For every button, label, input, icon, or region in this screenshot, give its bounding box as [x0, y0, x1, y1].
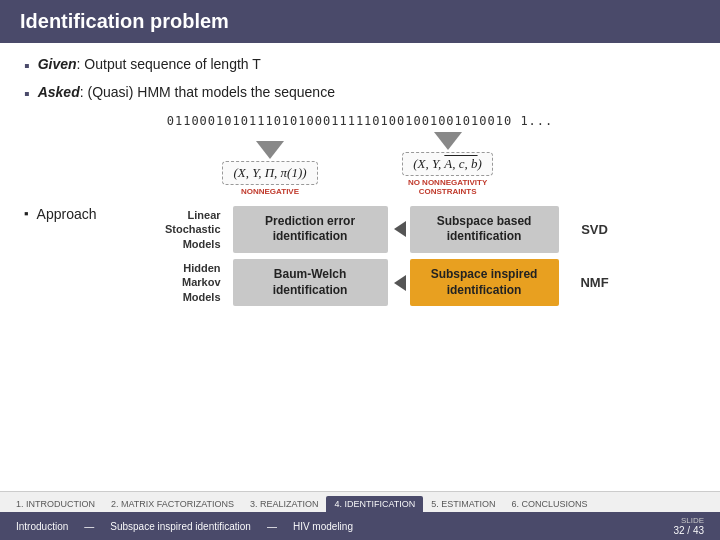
approach-label-container: ▪ Approach [24, 206, 97, 222]
method-prediction-error: Prediction erroridentification [233, 206, 388, 253]
footer-sep1: — [84, 521, 94, 532]
formula-1-expr: (X, Y, Π, π(1)) [222, 161, 317, 185]
nav-tab-4--identification[interactable]: 4. IDENTIFICATION [326, 496, 423, 512]
nav-tab-2--matrix-factorizations[interactable]: 2. MATRIX FACTORIZATIONS [103, 496, 242, 512]
nav-tab-1--introduction[interactable]: 1. INTRODUCTION [8, 496, 103, 512]
nav-tabs: 1. INTRODUCTION2. MATRIX FACTORIZATIONS3… [0, 492, 720, 512]
subspace-inspired-arrow-container: Subspace inspiredidentification [394, 259, 559, 306]
formula-no-constraint: (X, Y, A, c, b) NO NONNEGATIVITY CONSTRA… [398, 132, 498, 196]
model-label-linear: LinearStochasticModels [117, 208, 227, 251]
footer-center: Introduction — Subspace inspired identif… [16, 521, 353, 532]
formula-2-expr: (X, Y, A, c, b) [402, 152, 493, 176]
arrow-down-2 [434, 132, 462, 150]
formula-2-label: NO NONNEGATIVITY CONSTRAINTS [398, 178, 498, 196]
formula-1-label: NONNEGATIVE [241, 187, 299, 196]
methods-grid: LinearStochasticModels Prediction errori… [117, 206, 625, 306]
bullet-asked-text: Asked: (Quasi) HMM that models the seque… [38, 83, 335, 103]
page-title: Identification problem [20, 10, 229, 32]
footer-intro[interactable]: Introduction [16, 521, 68, 532]
main-content: ▪ Given: Output sequence of length T ▪ A… [0, 43, 720, 306]
arrow-into-subspace-inspired [394, 275, 406, 291]
footer-right[interactable]: HIV modeling [293, 521, 353, 532]
formula-nonneg: (X, Y, Π, π(1)) NONNEGATIVE [222, 141, 317, 196]
bullet-given: ▪ Given: Output sequence of length T [24, 55, 696, 77]
arrow-down-1 [256, 141, 284, 159]
nav-tab-5--estimation[interactable]: 5. ESTIMATION [423, 496, 503, 512]
approach-text: Approach [37, 206, 97, 222]
nmf-label: NMF [565, 275, 625, 290]
slide-number: SLIDE 32 / 43 [673, 516, 704, 536]
svd-label: SVD [565, 222, 625, 237]
model-label-hmm: HiddenMarkovModels [117, 261, 227, 304]
bullet-icon-3: ▪ [24, 206, 29, 221]
nav-tab-3--realization[interactable]: 3. REALIZATION [242, 496, 326, 512]
method-subspace-based: Subspace basedidentification [410, 206, 559, 253]
page-header: Identification problem [0, 0, 720, 43]
slide-label-text: SLIDE [673, 516, 704, 525]
arrow-into-subspace [394, 221, 406, 237]
bullet-icon-2: ▪ [24, 83, 30, 105]
nav-tab-6--conclusions[interactable]: 6. CONCLUSIONS [504, 496, 596, 512]
formulas-area: (X, Y, Π, π(1)) NONNEGATIVE (X, Y, A, c,… [24, 132, 696, 196]
approach-section: ▪ Approach LinearStochasticModels Predic… [24, 206, 696, 306]
footer-mid[interactable]: Subspace inspired identification [110, 521, 251, 532]
bullet-icon-1: ▪ [24, 55, 30, 77]
subspace-based-arrow-container: Subspace basedidentification [394, 206, 559, 253]
bottom-nav: 1. INTRODUCTION2. MATRIX FACTORIZATIONS3… [0, 491, 720, 540]
footer: Introduction — Subspace inspired identif… [0, 512, 720, 540]
method-baum-welch: Baum-Welchidentification [233, 259, 388, 306]
footer-sep2: — [267, 521, 277, 532]
binary-sequence: 0110001010111010100011111010010010010100… [24, 114, 696, 128]
method-subspace-inspired: Subspace inspiredidentification [410, 259, 559, 306]
slide-num-text: 32 / 43 [673, 525, 704, 536]
bullet-asked: ▪ Asked: (Quasi) HMM that models the seq… [24, 83, 696, 105]
bullet-given-text: Given: Output sequence of length T [38, 55, 261, 75]
